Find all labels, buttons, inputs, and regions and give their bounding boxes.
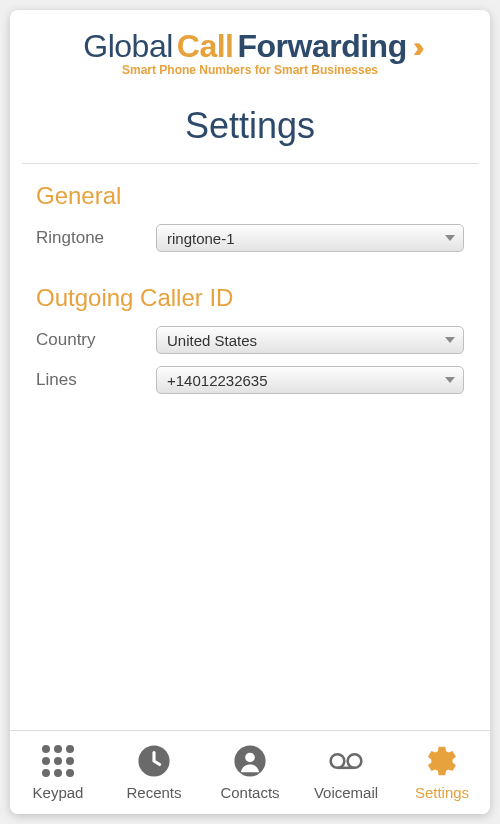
tab-label-voicemail: Voicemail <box>314 784 378 801</box>
label-lines: Lines <box>36 370 156 390</box>
select-lines-value: +14012232635 <box>167 372 268 389</box>
tab-bar: Keypad Recents Contacts <box>10 730 490 814</box>
select-ringtone-value: ringtone-1 <box>167 230 235 247</box>
select-ringtone[interactable]: ringtone-1 <box>156 224 464 252</box>
logo-tagline: Smart Phone Numbers for Smart Businesses <box>40 63 460 77</box>
tab-settings[interactable]: Settings <box>394 731 490 814</box>
label-country: Country <box>36 330 156 350</box>
settings-content: General Ringtone ringtone-1 Outgoing Cal… <box>10 164 490 730</box>
clock-icon <box>137 744 171 778</box>
logo-area: GlobalCallForwarding ›› Smart Phone Numb… <box>10 10 490 87</box>
svg-point-3 <box>331 754 345 768</box>
svg-point-2 <box>245 753 255 763</box>
tab-label-settings: Settings <box>415 784 469 801</box>
tab-label-keypad: Keypad <box>33 784 84 801</box>
logo-word-forwarding: Forwarding <box>237 28 406 65</box>
logo-word-global: Global <box>83 28 173 65</box>
tab-contacts[interactable]: Contacts <box>202 731 298 814</box>
section-title-caller-id: Outgoing Caller ID <box>36 284 464 312</box>
chevron-down-icon <box>445 235 455 241</box>
app-frame: GlobalCallForwarding ›› Smart Phone Numb… <box>10 10 490 814</box>
gear-icon <box>425 744 459 778</box>
keypad-icon <box>41 744 75 778</box>
chevron-down-icon <box>445 377 455 383</box>
tab-label-recents: Recents <box>126 784 181 801</box>
svg-point-4 <box>348 754 362 768</box>
select-country[interactable]: United States <box>156 326 464 354</box>
select-country-value: United States <box>167 332 257 349</box>
row-ringtone: Ringtone ringtone-1 <box>36 224 464 252</box>
tab-recents[interactable]: Recents <box>106 731 202 814</box>
logo-chevrons-icon: ›› <box>413 30 417 64</box>
tab-voicemail[interactable]: Voicemail <box>298 731 394 814</box>
voicemail-icon <box>329 744 363 778</box>
page-title: Settings <box>10 87 490 163</box>
brand-logo: GlobalCallForwarding ›› <box>83 28 416 65</box>
label-ringtone: Ringtone <box>36 228 156 248</box>
section-title-general: General <box>36 182 464 210</box>
select-lines[interactable]: +14012232635 <box>156 366 464 394</box>
row-lines: Lines +14012232635 <box>36 366 464 394</box>
person-icon <box>233 744 267 778</box>
tab-keypad[interactable]: Keypad <box>10 731 106 814</box>
logo-word-call: Call <box>177 28 234 65</box>
tab-label-contacts: Contacts <box>220 784 279 801</box>
row-country: Country United States <box>36 326 464 354</box>
chevron-down-icon <box>445 337 455 343</box>
